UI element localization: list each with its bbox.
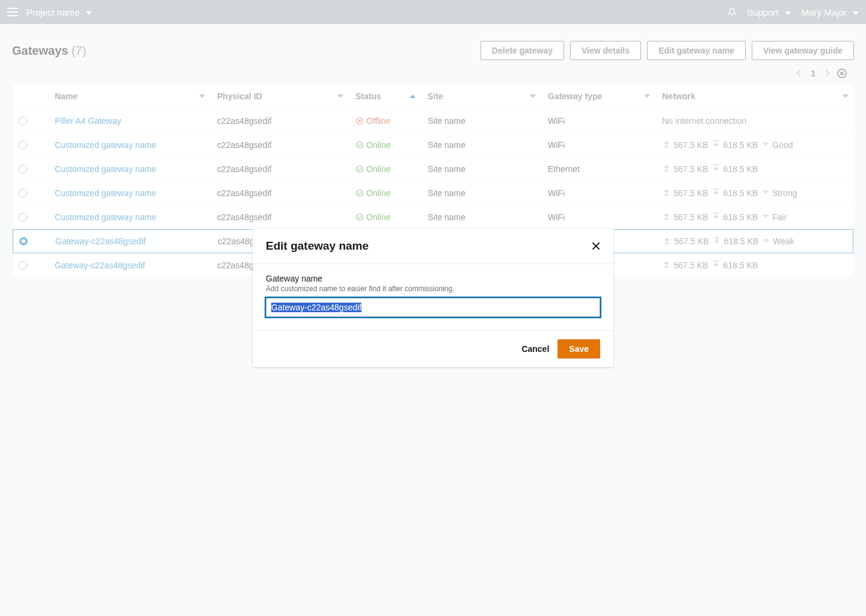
close-button[interactable] xyxy=(592,242,600,250)
save-button[interactable]: Save xyxy=(557,339,600,359)
modal-backdrop: Edit gateway name Gateway name Add custo… xyxy=(0,0,866,616)
edit-gateway-name-modal: Edit gateway name Gateway name Add custo… xyxy=(253,229,613,367)
close-icon xyxy=(592,242,600,250)
modal-title: Edit gateway name xyxy=(266,239,369,253)
cancel-button[interactable]: Cancel xyxy=(521,344,549,354)
gateway-name-input[interactable] xyxy=(266,298,600,317)
gateway-name-label: Gateway name xyxy=(266,274,600,283)
gateway-name-help: Add customized name to easier find it af… xyxy=(266,285,600,293)
